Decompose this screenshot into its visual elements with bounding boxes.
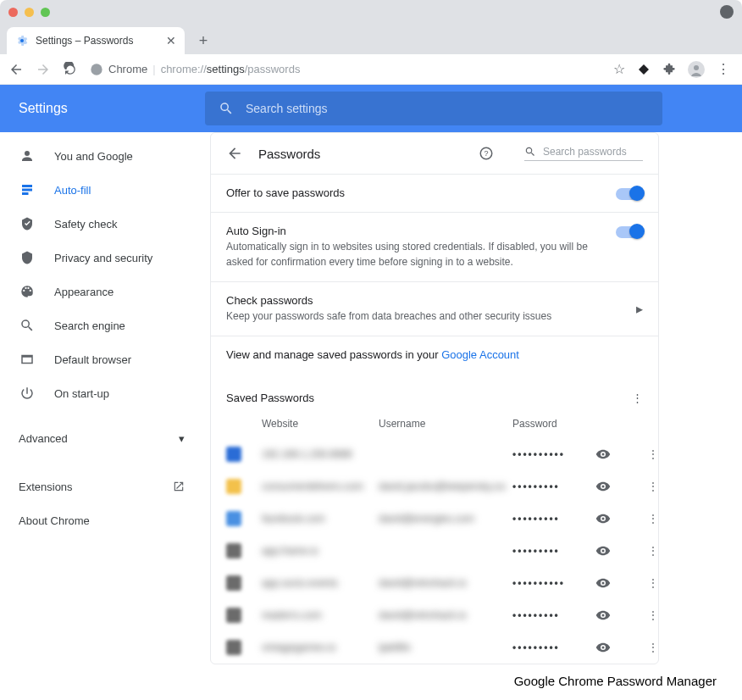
sidebar-item-search-engine[interactable]: Search engine [0, 308, 203, 342]
check-passwords-row[interactable]: Check passwords Keep your passwords safe… [211, 281, 658, 336]
forward-button[interactable] [36, 62, 51, 77]
address-bar[interactable]: Chrome | chrome://settings/passwords [90, 63, 601, 76]
back-button[interactable] [8, 62, 24, 77]
main-content: Passwords ? Search passwords Offer to sa… [203, 132, 742, 692]
username-cell [379, 448, 506, 460]
back-arrow-icon[interactable] [226, 145, 243, 162]
auto-signin-sub: Automatically sign in to websites using … [226, 239, 606, 269]
person-icon [19, 148, 36, 164]
sidebar-extensions[interactable]: Extensions [0, 469, 203, 503]
close-window-button[interactable] [8, 8, 18, 17]
traffic-lights [8, 8, 50, 17]
maximize-window-button[interactable] [41, 8, 50, 17]
username-cell [379, 545, 506, 557]
google-account-link[interactable]: Google Account [441, 348, 519, 361]
close-tab-icon[interactable]: ✕ [166, 34, 176, 47]
password-row[interactable]: vintagegames.iotjak88x•••••••••⋮ [211, 631, 658, 664]
site-cell: readerrs.com [262, 609, 372, 621]
password-row[interactable]: app.frame.io•••••••••⋮ [211, 535, 658, 567]
search-passwords-input[interactable]: Search passwords [524, 146, 643, 161]
new-tab-button[interactable]: + [191, 29, 215, 53]
show-password-icon[interactable] [595, 640, 629, 655]
more-icon[interactable]: ⋮ [636, 642, 670, 653]
more-icon[interactable]: ⋮ [636, 448, 670, 460]
favicon [226, 575, 241, 591]
chrome-icon [90, 63, 103, 76]
more-icon[interactable]: ⋮ [636, 513, 670, 525]
autofill-icon [19, 182, 36, 197]
sidebar-item-auto-fill[interactable]: Auto-fill [0, 173, 203, 207]
site-cell: vintagegames.io [262, 642, 372, 653]
power-icon [19, 386, 36, 401]
sidebar-item-default-browser[interactable]: Default browser [0, 342, 203, 376]
password-row[interactable]: facebook.comdavid@energies.com•••••••••⋮ [211, 503, 658, 535]
auto-signin-title: Auto Sign-in [226, 225, 606, 237]
password-table-header: Website Username Password [211, 413, 658, 438]
favicon [226, 543, 241, 558]
site-cell: consumerdelivers.com [262, 481, 372, 492]
show-password-icon[interactable] [595, 511, 629, 526]
show-password-icon[interactable] [595, 479, 629, 494]
password-row[interactable]: readerrs.comdavid@retrohack.io•••••••••⋮ [211, 599, 658, 631]
page-title: Passwords [258, 147, 320, 161]
reload-button[interactable] [63, 62, 78, 77]
sidebar-advanced[interactable]: Advanced ▾ [0, 419, 203, 458]
col-username: Username [379, 418, 506, 430]
profile-avatar-icon[interactable] [688, 61, 705, 78]
bookmark-icon[interactable]: ☆ [613, 61, 625, 77]
sidebar-item-label: On start-up [54, 387, 109, 400]
show-password-icon[interactable] [595, 447, 629, 462]
offer-save-toggle[interactable] [616, 188, 643, 200]
more-icon[interactable]: ⋮ [636, 609, 670, 621]
username-cell: tjak88x [379, 642, 506, 653]
sidebar-about[interactable]: About Chrome [0, 503, 203, 537]
extensions-icon[interactable] [662, 63, 676, 76]
sidebar-item-label: Safety check [54, 218, 117, 231]
window-icon [19, 352, 36, 367]
toolbar-right: ☆ ⋮ [613, 61, 730, 78]
offer-save-label: Offer to save passwords [226, 186, 606, 199]
password-row[interactable]: consumerdelivers.comdavid.jacobs@keepers… [211, 470, 658, 503]
sidebar-item-appearance[interactable]: Appearance [0, 275, 203, 308]
minimize-window-button[interactable] [25, 8, 34, 17]
sidebar-item-label: Auto-fill [54, 184, 91, 197]
password-row[interactable]: app.socio.eventsdavid@retrohack.io••••••… [211, 567, 658, 599]
settings-header: Settings Search settings [0, 85, 742, 132]
menu-icon[interactable]: ⋮ [717, 61, 730, 77]
more-vert-icon[interactable]: ⋮ [632, 392, 643, 404]
sidebar-item-safety-check[interactable]: Safety check [0, 207, 203, 241]
site-cell: app.frame.io [262, 545, 372, 557]
palette-icon [19, 284, 36, 299]
account-indicator-icon [720, 5, 734, 19]
url-prefix: Chrome [108, 63, 147, 75]
tab-title: Settings – Passwords [36, 35, 133, 47]
show-password-icon[interactable] [595, 575, 629, 591]
gear-icon [15, 34, 29, 47]
password-mask: ••••••••• [512, 481, 589, 492]
more-icon[interactable]: ⋮ [636, 481, 670, 492]
saved-passwords-header: Saved Passwords ⋮ [211, 373, 658, 413]
help-icon[interactable]: ? [479, 146, 494, 161]
show-password-icon[interactable] [595, 608, 629, 623]
browser-tab[interactable]: Settings – Passwords ✕ [7, 27, 185, 54]
sidebar: You and GoogleAuto-fillSafety checkPriva… [0, 132, 203, 692]
sidebar-item-on-start-up[interactable]: On start-up [0, 376, 203, 410]
password-mask: •••••••••• [512, 577, 589, 589]
svg-text:?: ? [484, 149, 488, 158]
password-mask: ••••••••• [512, 545, 589, 557]
auto-signin-toggle[interactable] [616, 226, 643, 238]
show-password-icon[interactable] [595, 543, 629, 558]
favicon [226, 608, 241, 623]
extension-tag-icon[interactable] [637, 63, 651, 76]
auto-signin-row: Auto Sign-in Automatically sign in to we… [211, 212, 658, 281]
sidebar-item-privacy-and-security[interactable]: Privacy and security [0, 241, 203, 275]
more-icon[interactable]: ⋮ [636, 577, 670, 589]
search-settings-input[interactable]: Search settings [205, 92, 662, 125]
password-row[interactable]: 192.168.1.200.8888••••••••••⋮ [211, 438, 658, 470]
favicon [226, 640, 241, 655]
offer-save-row: Offer to save passwords [211, 174, 658, 212]
username-cell: david@retrohack.io [379, 577, 506, 589]
more-icon[interactable]: ⋮ [636, 545, 670, 557]
username-cell: david@energies.com [379, 513, 506, 525]
sidebar-item-you-and-google[interactable]: You and Google [0, 139, 203, 173]
